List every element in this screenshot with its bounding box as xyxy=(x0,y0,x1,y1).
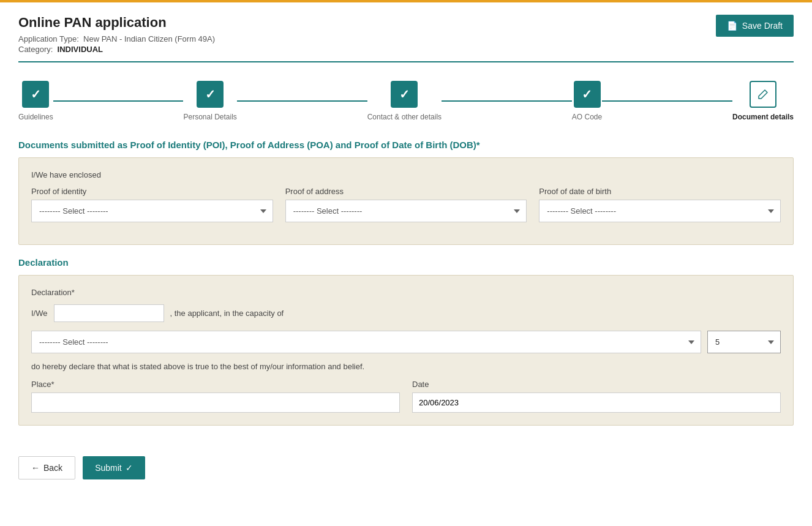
place-input[interactable] xyxy=(31,393,400,413)
category-label: Category: xyxy=(18,45,53,54)
proof-of-dob-label: Proof of date of birth xyxy=(539,187,781,196)
step-contact-details: ✓ Contact & other details xyxy=(367,81,442,121)
connector-3 xyxy=(442,100,572,102)
declaration-section-title: Declaration xyxy=(18,257,794,268)
documents-card: I/We have enclosed Proof of identity ---… xyxy=(18,157,794,245)
applicant-label: , the applicant, in the capacity of xyxy=(170,309,284,318)
declaration-num-select[interactable]: 5 xyxy=(707,331,781,353)
proof-of-identity-label: Proof of identity xyxy=(31,187,273,196)
proof-of-address-label: Proof of address xyxy=(285,187,527,196)
step-circle-contact: ✓ xyxy=(391,81,418,108)
date-label: Date xyxy=(412,380,781,389)
declaration-name-row: I/We , the applicant, in the capacity of xyxy=(31,304,781,322)
step-circle-ao-code: ✓ xyxy=(574,81,601,108)
submit-label: Submit xyxy=(95,463,122,473)
step-circle-document xyxy=(750,81,776,108)
stepper: ✓ Guidelines ✓ Personal Details ✓ Contac… xyxy=(18,81,794,121)
proof-of-identity-select[interactable]: -------- Select -------- xyxy=(31,200,273,222)
declaration-name-input[interactable] xyxy=(54,304,164,322)
save-draft-label: Save Draft xyxy=(742,21,783,31)
submit-check-icon: ✓ xyxy=(126,463,133,473)
documents-card-subtitle: I/We have enclosed xyxy=(31,170,781,179)
header-right: 📄 Save Draft xyxy=(716,15,794,37)
step-circle-guidelines: ✓ xyxy=(22,81,49,108)
save-icon: 📄 xyxy=(727,21,737,31)
pencil-icon xyxy=(757,88,769,100)
header-left: Online PAN application Application Type:… xyxy=(18,15,215,55)
proof-of-address-group: Proof of address -------- Select -------… xyxy=(285,187,527,222)
submit-button[interactable]: Submit ✓ xyxy=(83,456,145,479)
step-personal-details: ✓ Personal Details xyxy=(183,81,236,121)
step-label-ao-code: AO Code xyxy=(572,113,602,121)
proof-of-dob-group: Proof of date of birth -------- Select -… xyxy=(539,187,781,222)
connector-4 xyxy=(602,100,732,102)
step-label-contact: Contact & other details xyxy=(367,113,442,121)
connector-1 xyxy=(53,100,184,102)
step-circle-personal-details: ✓ xyxy=(197,81,224,108)
declaration-text: do hereby declare that what is stated ab… xyxy=(31,362,781,371)
connector-2 xyxy=(237,100,367,102)
category-line: Category: INDIVIDUAL xyxy=(18,45,215,54)
date-input[interactable]: 20/06/2023 xyxy=(412,393,781,413)
date-group: Date 20/06/2023 xyxy=(412,380,781,413)
main-content: Documents submitted as Proof of Identity… xyxy=(0,127,812,450)
category-value: INDIVIDUAL xyxy=(58,45,103,54)
declaration-card: Declaration* I/We , the applicant, in th… xyxy=(18,275,794,426)
declaration-card-title: Declaration* xyxy=(31,288,781,297)
place-date-row: Place* Date 20/06/2023 xyxy=(31,380,781,413)
save-draft-button[interactable]: 📄 Save Draft xyxy=(716,15,794,37)
place-group: Place* xyxy=(31,380,400,413)
i-we-label: I/We xyxy=(31,309,48,318)
application-type-line: Application Type: New PAN - Indian Citiz… xyxy=(18,34,215,43)
step-document-details: Document details xyxy=(732,81,794,121)
declaration-capacity-select[interactable]: -------- Select -------- xyxy=(31,331,701,353)
page-title: Online PAN application xyxy=(18,15,215,31)
step-label-document: Document details xyxy=(732,113,794,121)
declaration-select-row: -------- Select -------- 5 xyxy=(31,331,781,353)
place-label: Place* xyxy=(31,380,400,389)
proof-of-address-select[interactable]: -------- Select -------- xyxy=(285,200,527,222)
step-label-personal-details: Personal Details xyxy=(183,113,236,121)
step-label-guidelines: Guidelines xyxy=(18,113,53,121)
back-button[interactable]: ← Back xyxy=(18,456,75,479)
step-guidelines: ✓ Guidelines xyxy=(18,81,53,121)
header: Online PAN application Application Type:… xyxy=(0,2,812,61)
documents-form-row: Proof of identity -------- Select ------… xyxy=(31,187,781,222)
stepper-container: ✓ Guidelines ✓ Personal Details ✓ Contac… xyxy=(0,62,812,127)
arrow-left-icon: ← xyxy=(31,463,40,473)
application-type-label: Application Type: xyxy=(18,34,79,43)
application-type-value: New PAN - Indian Citizen (Form 49A) xyxy=(83,34,215,43)
proof-of-identity-group: Proof of identity -------- Select ------… xyxy=(31,187,273,222)
step-ao-code: ✓ AO Code xyxy=(572,81,602,121)
back-label: Back xyxy=(43,463,62,473)
proof-of-dob-select[interactable]: -------- Select -------- xyxy=(539,200,781,222)
documents-section-title: Documents submitted as Proof of Identity… xyxy=(18,140,794,150)
footer-buttons: ← Back Submit ✓ xyxy=(0,450,812,498)
